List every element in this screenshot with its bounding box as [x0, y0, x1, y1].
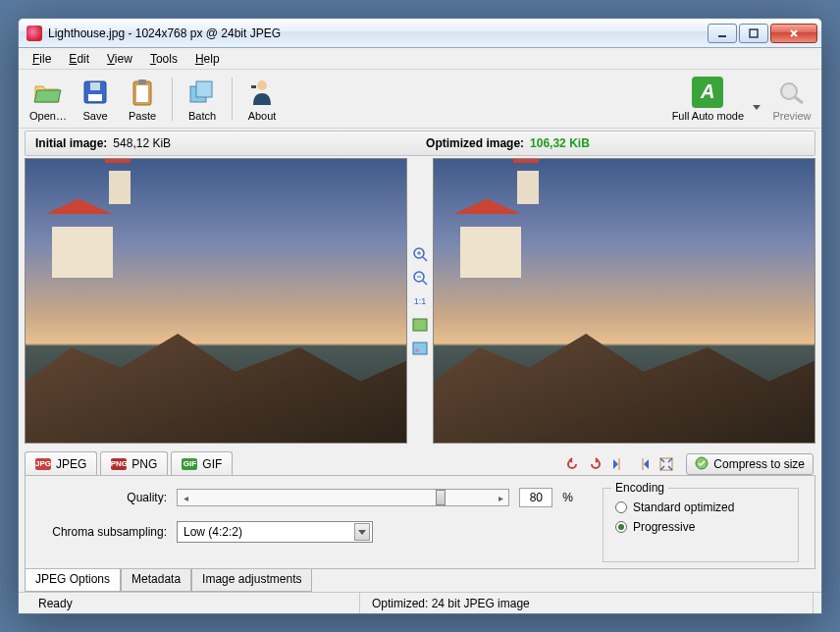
svg-rect-1 — [750, 29, 758, 37]
menubar: File Edit View Tools Help — [19, 48, 821, 70]
dropdown-arrow-icon[interactable] — [354, 523, 370, 541]
optimized-size-label: Optimized image: — [426, 136, 524, 150]
size-info-bar: Initial image: 548,12 KiB Optimized imag… — [25, 131, 815, 156]
person-icon — [246, 77, 278, 108]
rotate-cw-icon[interactable] — [586, 454, 605, 474]
fullauto-button[interactable]: A Full Auto mode — [665, 73, 751, 126]
quality-label: Quality: — [41, 491, 167, 504]
close-button[interactable] — [770, 24, 817, 43]
initial-size-label: Initial image: — [35, 136, 107, 150]
svg-rect-14 — [413, 319, 427, 331]
svg-rect-6 — [136, 85, 148, 102]
preview-tools: 1:1 — [407, 158, 433, 444]
radio-icon — [615, 521, 627, 533]
optimized-preview[interactable] — [433, 158, 815, 444]
tab-metadata[interactable]: Metadata — [121, 569, 191, 592]
slider-left-arrow-icon[interactable]: ◂ — [178, 493, 193, 503]
quality-value-input[interactable]: 80 — [519, 488, 552, 507]
minimize-button[interactable] — [708, 24, 737, 43]
open-button[interactable]: Open… — [25, 73, 72, 126]
toolbar-separator — [232, 78, 233, 121]
status-optimized: Optimized: 24 bit JPEG image — [360, 593, 814, 613]
chroma-label: Chroma subsampling: — [41, 525, 167, 539]
svg-rect-9 — [196, 81, 212, 97]
batch-icon — [186, 77, 218, 108]
svg-rect-0 — [718, 35, 726, 37]
floppy-icon — [79, 77, 111, 108]
status-ready: Ready — [26, 593, 360, 613]
encoding-title: Encoding — [611, 481, 668, 495]
gif-icon: GIF — [182, 458, 197, 470]
fit-icon[interactable] — [656, 454, 676, 474]
magnifier-icon — [776, 77, 808, 108]
original-preview[interactable] — [25, 158, 407, 444]
slider-thumb[interactable] — [436, 490, 446, 505]
png-icon: PNG — [111, 458, 127, 470]
menu-file[interactable]: File — [25, 50, 59, 68]
quality-unit: % — [562, 491, 573, 504]
window-title: Lighthouse.jpg - 1024x768 px @ 24bit JPE… — [48, 26, 706, 40]
fit-window-icon[interactable] — [411, 316, 429, 334]
tab-gif[interactable]: GIFGIF — [171, 451, 233, 475]
tab-png[interactable]: PNGPNG — [100, 451, 168, 475]
jpeg-icon: JPG — [35, 458, 51, 470]
rotate-ccw-icon[interactable] — [562, 454, 582, 474]
radio-standard[interactable]: Standard optimized — [615, 500, 786, 514]
svg-rect-15 — [413, 342, 427, 354]
fullauto-dropdown-icon[interactable] — [753, 105, 761, 110]
clipboard-icon — [127, 77, 158, 108]
initial-size-value: 548,12 KiB — [113, 136, 171, 150]
zoom-out-icon[interactable] — [411, 269, 429, 287]
compress-to-size-button[interactable]: Compress to size — [686, 453, 814, 475]
svg-point-10 — [257, 80, 267, 90]
statusbar: Ready Optimized: 24 bit JPEG image — [19, 592, 821, 613]
zoom-in-icon[interactable] — [411, 245, 429, 263]
menu-tools[interactable]: Tools — [142, 50, 185, 68]
zoom-1to1-button[interactable]: 1:1 — [411, 292, 429, 310]
app-window: Lighthouse.jpg - 1024x768 px @ 24bit JPE… — [18, 18, 822, 614]
tab-image-adjustments[interactable]: Image adjustments — [191, 569, 312, 592]
maximize-button[interactable] — [739, 24, 768, 43]
batch-button[interactable]: Batch — [179, 73, 226, 126]
auto-icon: A — [692, 77, 723, 108]
format-tabs-row: JPGJPEG PNGPNG GIFGIF Compress to size — [25, 448, 815, 475]
svg-point-16 — [415, 348, 419, 352]
paste-button[interactable]: Paste — [119, 73, 166, 126]
folder-open-icon — [32, 77, 64, 108]
toolbar-separator — [172, 78, 173, 121]
radio-progressive[interactable]: Progressive — [615, 520, 786, 534]
preview-button[interactable]: Preview — [768, 73, 815, 126]
svg-point-11 — [781, 83, 797, 99]
radio-icon — [615, 501, 627, 513]
flip-vertical-icon[interactable] — [609, 454, 629, 474]
bottom-tabs: JPEG Options Metadata Image adjustments — [25, 569, 815, 592]
quality-slider[interactable]: ◂ ▸ — [177, 489, 509, 506]
options-panel: Quality: ◂ ▸ 80 % Chroma subsampling: Lo… — [25, 475, 815, 569]
chroma-combobox[interactable]: Low (4:2:2) — [177, 521, 373, 543]
slider-right-arrow-icon[interactable]: ▸ — [493, 493, 508, 503]
tab-jpeg[interactable]: JPGJPEG — [25, 451, 97, 475]
save-button[interactable]: Save — [72, 73, 119, 126]
toolbar: Open… Save Paste Batch About A Full Auto… — [19, 70, 821, 129]
compress-icon — [695, 456, 709, 473]
fit-width-icon[interactable] — [411, 340, 429, 357]
preview-row: 1:1 — [19, 158, 821, 444]
menu-help[interactable]: Help — [187, 50, 228, 68]
tab-jpeg-options[interactable]: JPEG Options — [25, 569, 121, 592]
app-icon — [26, 26, 42, 41]
svg-rect-3 — [88, 94, 102, 101]
optimized-size-value: 106,32 KiB — [530, 136, 590, 150]
about-button[interactable]: About — [238, 73, 286, 126]
svg-rect-7 — [138, 79, 146, 84]
encoding-group: Encoding Standard optimized Progressive — [603, 488, 799, 562]
menu-view[interactable]: View — [99, 50, 140, 68]
titlebar[interactable]: Lighthouse.jpg - 1024x768 px @ 24bit JPE… — [19, 19, 821, 48]
svg-rect-4 — [90, 82, 100, 90]
flip-horizontal-icon[interactable] — [633, 454, 653, 474]
menu-edit[interactable]: Edit — [61, 50, 97, 68]
